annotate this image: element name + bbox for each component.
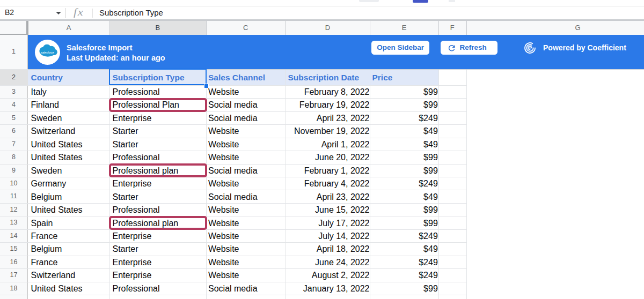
svg-text:salesforce: salesforce [41, 51, 54, 54]
